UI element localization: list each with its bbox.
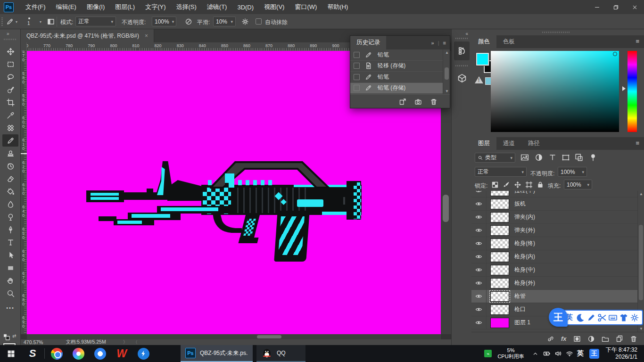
toolbar-expand-icon[interactable]: » <box>7 31 9 36</box>
pencil-tool-preview-icon[interactable] <box>6 18 14 25</box>
hue-slider[interactable] <box>627 51 637 132</box>
tray-ime-logo[interactable]: 王 <box>589 349 599 359</box>
clock-widget[interactable]: 下午 8:47:32 2026/1/1 <box>606 346 637 361</box>
history-state-row[interactable]: 铅笔 <box>350 49 443 61</box>
layer-thumbnail[interactable] <box>490 304 509 315</box>
layer-thumbnail[interactable] <box>490 278 509 288</box>
layer-thumbnail[interactable] <box>490 225 509 236</box>
gamut-warning-icon[interactable] <box>475 76 483 83</box>
more-tools-ellipsis[interactable]: ••• <box>2 302 18 314</box>
new-layer-icon[interactable] <box>616 335 623 343</box>
dodge-tool[interactable] <box>2 211 18 223</box>
pen-tool[interactable] <box>2 223 18 236</box>
lock-pixels-brush-icon[interactable] <box>503 181 510 189</box>
rectangle-tool[interactable] <box>2 262 18 274</box>
scroll-down-icon[interactable]: ▼ <box>639 327 643 331</box>
lasso-tool[interactable] <box>2 71 18 83</box>
pressure-opacity-icon[interactable] <box>185 18 192 25</box>
status-back-icon[interactable]: 〈 <box>133 339 138 346</box>
close-button[interactable] <box>625 0 644 14</box>
color-field-picker[interactable] <box>613 52 617 56</box>
history-state-row[interactable]: 轻移 (存储) <box>350 61 443 72</box>
menu-item-3[interactable]: 图层(L) <box>110 0 140 14</box>
menu-item-8[interactable]: 视图(V) <box>259 0 289 14</box>
layer-name[interactable]: 枪管 <box>514 292 526 300</box>
minimize-button[interactable] <box>587 0 606 14</box>
swap-colors-icon[interactable]: ⇄ <box>12 333 16 338</box>
tool-preset-chevron-icon[interactable]: ▾ <box>16 20 17 24</box>
lock-all-icon[interactable] <box>537 181 544 189</box>
filter-type-icon[interactable] <box>548 153 557 162</box>
wps-office-button[interactable]: W <box>111 345 132 362</box>
adjustment-layer-icon[interactable] <box>587 335 595 343</box>
ime-moon-icon[interactable] <box>576 313 585 322</box>
paint-buc­ket-tool[interactable] <box>2 185 18 197</box>
clone-stamp-tool[interactable] <box>2 147 18 159</box>
menu-item-4[interactable]: 文字(Y) <box>140 0 171 14</box>
lock-artboard-icon[interactable] <box>525 181 533 189</box>
power-plug-icon[interactable] <box>541 348 553 359</box>
menu-item-9[interactable]: 窗口(W) <box>289 0 322 14</box>
layer-filter-select[interactable]: 类型▾ <box>475 153 515 163</box>
ime-settings-gear-icon[interactable] <box>630 313 639 322</box>
filter-toggle-icon[interactable] <box>589 153 597 162</box>
new-document-from-state-icon[interactable] <box>399 98 406 106</box>
menu-item-5[interactable]: 选择(S) <box>171 0 201 14</box>
smoothing-options-gear-icon[interactable] <box>241 18 249 25</box>
menu-item-2[interactable]: 图像(I) <box>82 0 110 14</box>
layer-visibility-toggle[interactable] <box>471 263 487 276</box>
eraser-tool[interactable] <box>2 173 18 185</box>
menu-item-6[interactable]: 滤镜(T) <box>202 0 232 14</box>
history-source-checkbox[interactable] <box>354 74 360 80</box>
tab-swatches[interactable]: 色板 <box>496 35 521 48</box>
start-button[interactable] <box>0 345 22 362</box>
layer-thumbnail[interactable] <box>490 252 509 262</box>
rectangular-marquee-tool[interactable] <box>2 58 18 70</box>
layer-name[interactable]: 枪口 <box>514 305 526 313</box>
delete-state-trash-icon[interactable] <box>430 98 438 106</box>
properties-panel-dock-button[interactable] <box>454 69 470 88</box>
layers-opacity-select[interactable]: 100%▾ <box>558 167 587 177</box>
history-scroll-up-icon[interactable]: ▲ <box>445 50 449 55</box>
layer-thumbnail[interactable] <box>490 291 509 302</box>
layer-style-fx-icon[interactable]: fx <box>561 335 567 342</box>
history-scroll-thumb[interactable] <box>445 67 449 80</box>
layer-row-枪管[interactable]: 枪管 <box>471 290 637 303</box>
layer-row-枪身(终)[interactable]: 枪身(终) <box>471 237 637 250</box>
saturation-brightness-field[interactable] <box>491 51 619 132</box>
move-tool[interactable] <box>2 45 18 58</box>
lock-transparency-icon[interactable] <box>491 181 499 189</box>
layer-visibility-toggle[interactable] <box>471 211 487 223</box>
history-source-checkbox[interactable] <box>354 63 360 69</box>
layer-row-枪身(外)[interactable]: 枪身(外) <box>471 277 637 290</box>
menu-item-1[interactable]: 编辑(E) <box>51 0 82 14</box>
blur-tool[interactable] <box>2 198 18 210</box>
ime-logo[interactable]: 王 <box>549 308 568 327</box>
add-layer-mask-icon[interactable] <box>573 335 581 343</box>
tab-paths[interactable]: 路径 <box>521 137 546 150</box>
tray-language-indicator[interactable]: 英 <box>577 349 584 358</box>
path-selection-tool[interactable] <box>2 249 18 261</box>
layer-thumbnail[interactable] <box>490 212 509 222</box>
layer-thumbnail[interactable] <box>490 239 509 249</box>
ime-keyboard-icon[interactable] <box>608 313 618 322</box>
layer-name[interactable]: 弹夹(内) <box>514 213 535 221</box>
filter-image-icon[interactable] <box>520 153 529 162</box>
brush-panel-toggle-icon[interactable] <box>47 18 55 25</box>
history-state-row[interactable]: 铅笔 <box>350 72 443 83</box>
quick-selection-tool[interactable] <box>2 83 18 96</box>
layer-visibility-toggle[interactable] <box>471 237 487 250</box>
spot-healing-tool[interactable] <box>2 122 18 134</box>
menu-item-0[interactable]: 文件(F) <box>20 0 51 14</box>
usb-device-icon[interactable]: ⌁ <box>484 350 492 357</box>
vertical-ruler[interactable]: 5705805906006106206306406506606706806907… <box>21 51 27 334</box>
layer-visibility-toggle[interactable] <box>471 224 487 237</box>
horizontal-scroll-thumb[interactable] <box>257 335 281 338</box>
eyedropper-tool[interactable] <box>2 109 18 121</box>
layer-row-弹夹(外)[interactable]: 弹夹(外) <box>471 224 637 237</box>
wifi-icon[interactable] <box>564 348 575 359</box>
layer-name[interactable]: 枪身(内) <box>514 253 535 261</box>
color-panel-menu-icon[interactable]: ≡ <box>631 35 644 48</box>
layer-visibility-toggle[interactable] <box>471 191 487 197</box>
layer-thumbnail[interactable] <box>490 265 509 275</box>
